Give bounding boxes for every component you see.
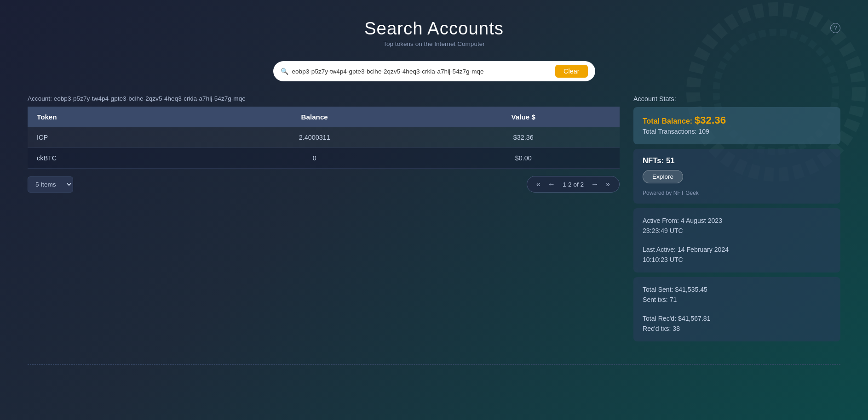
table-row: ckBTC 0 $0.00 bbox=[28, 148, 620, 169]
total-sent-label: Total Sent: bbox=[643, 286, 673, 293]
active-from-time: 23:23:49 UTC bbox=[643, 227, 683, 234]
header: Search Accounts Top tokens on the Intern… bbox=[28, 18, 840, 47]
total-recd-value: $41,567.81 bbox=[678, 315, 710, 322]
recd-txs-value: 38 bbox=[673, 325, 680, 332]
search-container: 🔍 Clear bbox=[28, 61, 840, 81]
first-page-button[interactable]: « bbox=[534, 179, 543, 189]
token-table: Token Balance Value $ ICP 2.4000311 $32.… bbox=[28, 107, 620, 169]
powered-by: Powered by NFT Geek bbox=[643, 190, 831, 196]
active-from-value: 4 August 2023 bbox=[681, 217, 722, 224]
divider bbox=[28, 364, 840, 365]
cell-value: $32.36 bbox=[427, 127, 620, 148]
nfts-count: 51 bbox=[666, 156, 675, 165]
col-value: Value $ bbox=[427, 107, 620, 127]
last-active: Last Active: 14 February 2024 10:10:23 U… bbox=[643, 244, 831, 265]
col-balance: Balance bbox=[202, 107, 427, 127]
transaction-stats-card: Total Sent: $41,535.45 Sent txs: 71 Tota… bbox=[633, 277, 840, 341]
sent-txs-label: Sent txs: bbox=[643, 296, 668, 303]
total-sent-value: $41,535.45 bbox=[675, 286, 707, 293]
help-icon[interactable]: ? bbox=[830, 23, 840, 33]
col-token: Token bbox=[28, 107, 202, 127]
next-page-button[interactable]: → bbox=[588, 179, 601, 189]
last-page-button[interactable]: » bbox=[603, 179, 613, 189]
page-info: 1-2 of 2 bbox=[560, 181, 586, 188]
clear-button[interactable]: Clear bbox=[555, 65, 587, 78]
cell-token: ckBTC bbox=[28, 148, 202, 169]
explore-button[interactable]: Explore bbox=[643, 170, 683, 183]
total-recd-label: Total Rec'd: bbox=[643, 315, 676, 322]
total-balance-label: Total Balance: bbox=[643, 117, 692, 125]
search-icon: 🔍 bbox=[281, 68, 288, 75]
account-label: Account: eobp3-p5z7y-tw4p4-gpte3-bclhe-2… bbox=[28, 95, 620, 102]
activity-card: Active From: 4 August 2023 23:23:49 UTC … bbox=[633, 208, 840, 272]
prev-page-button[interactable]: ← bbox=[545, 179, 558, 189]
pagination-controls: « ← 1-2 of 2 → » bbox=[527, 176, 620, 193]
search-bar: 🔍 Clear bbox=[273, 61, 595, 81]
items-per-page-select[interactable]: 5 Items10 Items25 Items50 Items bbox=[28, 176, 73, 193]
nfts-card: NFTs: 51 Explore Powered by NFT Geek bbox=[633, 149, 840, 204]
table-row: ICP 2.4000311 $32.36 bbox=[28, 127, 620, 148]
last-active-time: 10:10:23 UTC bbox=[643, 256, 683, 263]
page-subtitle: Top tokens on the Internet Computer bbox=[28, 40, 840, 47]
total-transactions-value: 109 bbox=[698, 128, 709, 135]
page-title: Search Accounts bbox=[28, 18, 840, 39]
stats-title: Account Stats: bbox=[633, 95, 840, 102]
main-content: Account: eobp3-p5z7y-tw4p4-gpte3-bclhe-2… bbox=[28, 95, 840, 346]
right-panel: Account Stats: Total Balance: $32.36 Tot… bbox=[633, 95, 840, 346]
left-panel: Account: eobp3-p5z7y-tw4p4-gpte3-bclhe-2… bbox=[28, 95, 620, 193]
account-address: eobp3-p5z7y-tw4p4-gpte3-bclhe-2qzv5-4heq… bbox=[54, 95, 246, 102]
recd-txs-label: Rec'd txs: bbox=[643, 325, 671, 332]
search-input[interactable] bbox=[292, 68, 551, 75]
cell-value: $0.00 bbox=[427, 148, 620, 169]
table-header-row: Token Balance Value $ bbox=[28, 107, 620, 127]
total-balance-value: $32.36 bbox=[695, 114, 726, 126]
cell-token: ICP bbox=[28, 127, 202, 148]
total-balance-card: Total Balance: $32.36 Total Transactions… bbox=[633, 107, 840, 144]
nfts-count-label: NFTs: 51 bbox=[643, 156, 831, 165]
active-from: Active From: 4 August 2023 23:23:49 UTC bbox=[643, 216, 831, 236]
cell-balance: 2.4000311 bbox=[202, 127, 427, 148]
cell-balance: 0 bbox=[202, 148, 427, 169]
last-active-value: 14 February 2024 bbox=[678, 246, 729, 253]
pagination-row: 5 Items10 Items25 Items50 Items « ← 1-2 … bbox=[28, 176, 620, 193]
total-transactions: Total Transactions: 109 bbox=[643, 128, 709, 135]
sent-txs-value: 71 bbox=[670, 296, 677, 303]
